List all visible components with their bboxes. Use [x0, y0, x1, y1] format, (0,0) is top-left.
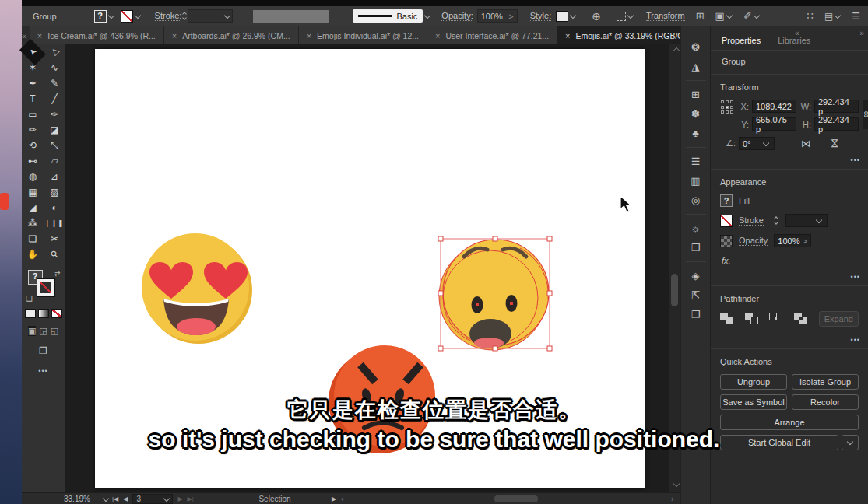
desktop-notification-badge[interactable] — [0, 193, 9, 210]
style-dropdown-chevron-icon[interactable] — [570, 12, 576, 18]
eraser-tool[interactable]: ◪ — [44, 122, 65, 138]
symbols-panel-icon[interactable]: ♣ — [681, 124, 711, 143]
document-setup-globe-icon[interactable]: ⊕ — [592, 11, 601, 22]
vertical-scrollbar[interactable] — [669, 44, 680, 492]
first-artboard-button[interactable]: |◀ — [112, 495, 118, 502]
pen-tool[interactable]: ✒ — [22, 75, 44, 91]
gradient-tool[interactable]: ▨ — [44, 184, 65, 200]
app-menu-icon[interactable]: ☰ — [852, 12, 860, 21]
color-button[interactable] — [25, 309, 36, 318]
close-icon[interactable]: × — [172, 31, 177, 40]
arrange-documents-icon[interactable]: ▤ — [824, 12, 833, 21]
brush-definition-dropdown[interactable]: Basic — [353, 9, 423, 23]
start-global-edit-button[interactable]: Start Global Edit — [720, 435, 838, 450]
graphic-styles-panel-icon[interactable]: ❒ — [681, 238, 711, 257]
tab-emojis-individual[interactable]: × Emojis Individual.ai* @ 12... — [299, 26, 427, 44]
expand-panel-icon[interactable]: » — [859, 29, 864, 37]
edit-similar-icon[interactable]: ✐ — [743, 11, 752, 21]
scroll-down-icon[interactable] — [673, 481, 680, 487]
stroke-weight-dropdown[interactable] — [188, 9, 233, 23]
appearance-panel-icon[interactable]: ☼ — [681, 219, 711, 238]
expand-button[interactable]: Expand — [819, 311, 859, 327]
scroll-up-icon[interactable] — [673, 47, 680, 54]
style-label[interactable]: Style: — [530, 11, 552, 21]
column-graph-tool[interactable]: ❘❙❚ — [44, 215, 65, 231]
type-tool[interactable]: T — [22, 91, 44, 107]
h-field[interactable]: 292.434 p — [814, 117, 859, 131]
reference-point-locator[interactable] — [720, 100, 734, 115]
arrange-documents-chevron-icon[interactable] — [835, 12, 841, 18]
perspective-grid-tool[interactable]: ⊿ — [44, 169, 65, 184]
zoom-dropdown-chevron-icon[interactable] — [103, 495, 109, 501]
constrain-proportions-icon[interactable]: ∞ — [863, 100, 868, 129]
horizontal-scroll-thumb[interactable] — [494, 495, 538, 502]
select-behind-chevron-icon[interactable] — [627, 12, 634, 18]
ungroup-button[interactable]: Ungroup — [720, 374, 787, 390]
transform-more-icon[interactable]: ••• — [851, 156, 860, 164]
asset-export-panel-icon[interactable]: ❐ — [681, 305, 711, 324]
next-artboard-button[interactable]: ▶ — [177, 495, 182, 502]
stroke-swatch[interactable] — [720, 215, 733, 227]
opacity-swatch-icon[interactable] — [720, 235, 733, 247]
stroke-color-swatch[interactable] — [37, 279, 54, 296]
horizontal-scrollbar[interactable] — [350, 495, 666, 502]
color-guide-panel-icon[interactable]: ◮ — [681, 57, 711, 76]
stroke-weight-stepper[interactable] — [775, 217, 778, 224]
draw-normal-icon[interactable]: ▣ — [28, 326, 36, 336]
flip-horizontal-icon[interactable]: ⋈ — [801, 138, 811, 149]
align-icon[interactable]: ⊞ — [696, 11, 705, 21]
x-field[interactable]: 1089.422 — [752, 100, 796, 113]
close-icon[interactable]: × — [435, 31, 440, 40]
select-similar-icon[interactable]: ▣ — [715, 11, 725, 21]
transform-link[interactable]: Transform — [646, 11, 685, 21]
layers-panel-icon[interactable]: ◈ — [681, 266, 711, 285]
style-swatch[interactable] — [556, 11, 568, 22]
stroke-label[interactable]: Stroke — [739, 215, 764, 226]
screen-mode-icon[interactable]: ❐ — [22, 345, 65, 356]
pathfinder-minus-front-icon[interactable] — [745, 313, 759, 325]
brushes-panel-icon[interactable]: ✽ — [681, 104, 711, 124]
gradient-button[interactable] — [38, 309, 49, 318]
last-artboard-button[interactable]: ▶| — [188, 495, 194, 502]
stroke-swatch[interactable] — [121, 10, 133, 23]
pathfinder-exclude-icon[interactable] — [794, 313, 808, 325]
rectangle-tool[interactable]: ▭ — [22, 107, 44, 122]
edit-similar-chevron-icon[interactable] — [754, 12, 760, 18]
tab-properties[interactable]: Properties — [722, 36, 761, 45]
status-options-arrow[interactable]: ▶ — [332, 493, 336, 504]
opacity-label[interactable]: Opacity: — [441, 11, 473, 21]
fx-button[interactable]: fx. — [720, 254, 859, 273]
free-transform-tool[interactable]: ▱ — [44, 153, 65, 169]
shape-builder-tool[interactable]: ◍ — [22, 169, 44, 184]
stroke-panel-icon[interactable]: ☰ — [681, 152, 711, 171]
eyedropper-tool[interactable]: ◢ — [22, 200, 44, 215]
recolor-button[interactable]: Recolor — [792, 394, 859, 410]
mesh-tool[interactable]: ▦ — [22, 184, 44, 200]
artboard-tool[interactable]: ❏ — [22, 231, 44, 247]
color-panel-icon[interactable]: ❂ — [681, 37, 711, 57]
status-display-field[interactable]: Selection — [216, 493, 333, 504]
default-fill-stroke-icon[interactable]: ❑ — [26, 295, 33, 303]
pathfinder-intersect-icon[interactable] — [769, 313, 783, 325]
isolate-group-button[interactable]: Isolate Group — [792, 374, 859, 390]
workspace-switcher-icon[interactable]: ∷ — [807, 11, 814, 21]
stroke-dropdown-chevron-icon[interactable] — [134, 12, 140, 18]
none-button[interactable] — [51, 309, 62, 318]
brush-dropdown-chevron-icon[interactable] — [424, 12, 430, 18]
opacity-field[interactable]: 100% > — [774, 234, 811, 247]
gradient-panel-icon[interactable]: ▥ — [681, 171, 711, 191]
global-edit-options-chevron[interactable] — [842, 435, 859, 450]
rotation-dropdown[interactable]: 0° — [739, 137, 775, 150]
draw-behind-icon[interactable]: ◲ — [39, 326, 47, 336]
tab-artboards[interactable]: × Artboards.ai* @ 26.9% (CM... — [164, 26, 299, 44]
blend-tool[interactable]: ◐ — [44, 200, 65, 215]
swap-fill-stroke-icon[interactable]: ⇄ — [54, 270, 61, 278]
transparency-panel-icon[interactable]: ◎ — [681, 191, 711, 210]
collapse-panel-icon[interactable]: « — [795, 29, 799, 37]
flip-vertical-icon[interactable]: ⋈ — [830, 138, 840, 149]
stroke-weight-stepper[interactable] — [183, 12, 186, 19]
swatches-panel-icon[interactable]: ⊞ — [681, 85, 711, 104]
zoom-level-field[interactable]: 33.19% — [64, 495, 90, 503]
rotate-tool[interactable]: ⟲ — [22, 138, 44, 153]
select-behind-icon[interactable] — [617, 12, 626, 21]
